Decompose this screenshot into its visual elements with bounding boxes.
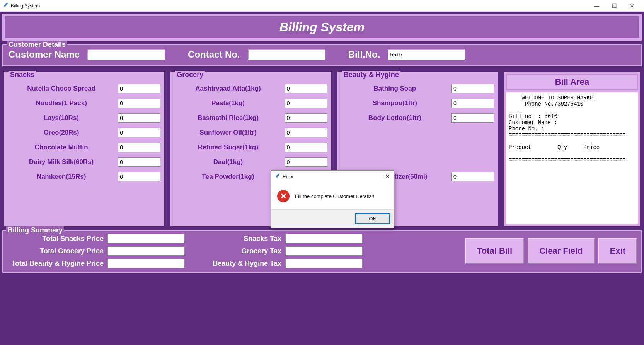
snacks-input[interactable] xyxy=(118,84,160,93)
summary-price-row: Total Snacks Price xyxy=(7,234,185,243)
snacks-input[interactable] xyxy=(118,143,160,152)
summary-price-label: Total Grocery Price xyxy=(7,247,104,255)
snacks-input[interactable] xyxy=(118,172,160,181)
beauty-label: Bathing Soap xyxy=(341,85,451,92)
beauty-row: Body Lotion(1ltr) xyxy=(341,113,494,123)
grocery-row: Pasta(1kg) xyxy=(174,99,327,108)
maximize-button[interactable]: ☐ xyxy=(605,0,623,12)
summary-frame: Billing Summery Total Snacks PriceTotal … xyxy=(2,230,642,273)
snacks-label: Dairy Milk Silk(60Rs) xyxy=(8,158,118,166)
customer-name-input[interactable] xyxy=(87,49,165,60)
bill-area-frame: Bill Area WELCOME TO SUPER MARKET Phone-… xyxy=(503,70,642,228)
summary-tax-row: Snacks Tax xyxy=(196,234,363,243)
grocery-row: Aashirvaad Atta(1kg) xyxy=(174,84,327,93)
exit-button[interactable]: Exit xyxy=(598,238,637,264)
beauty-legend: Beauty & Hygine xyxy=(342,71,400,79)
snacks-input[interactable] xyxy=(118,128,160,137)
summary-price-input[interactable] xyxy=(107,259,185,268)
window-titlebar: Billing System — ☐ ✕ xyxy=(0,0,644,12)
grocery-legend: Grocery xyxy=(175,71,205,79)
snacks-row: Oreo(20Rs) xyxy=(8,128,160,137)
close-window-button[interactable]: ✕ xyxy=(623,0,641,12)
grocery-row: Daal(1kg) xyxy=(174,157,327,167)
grocery-label: Pasta(1kg) xyxy=(174,99,285,107)
summary-tax-label: Beauty & Hygine Tax xyxy=(196,260,281,268)
snacks-row: Chocolate Muffin xyxy=(8,143,160,152)
grocery-row: Sunflower Oil(1ltr) xyxy=(174,128,327,137)
grocery-input[interactable] xyxy=(285,128,327,137)
app-icon xyxy=(3,2,9,9)
snacks-row: Dairy Milk Silk(60Rs) xyxy=(8,157,160,167)
beauty-row: Bathing Soap xyxy=(341,84,494,93)
customer-details-frame: Customer Details Customer Name Contact N… xyxy=(2,44,642,66)
contact-no-label: Contact No. xyxy=(188,49,240,60)
snacks-label: Lays(10Rs) xyxy=(8,114,118,122)
dialog-icon xyxy=(275,173,280,180)
beauty-input[interactable] xyxy=(451,113,494,123)
grocery-label: Tea Powder(1kg) xyxy=(174,173,285,181)
dialog-ok-button[interactable]: OK xyxy=(355,213,390,224)
snacks-label: Namkeen(15Rs) xyxy=(8,173,118,181)
snacks-legend: Snacks xyxy=(9,71,36,79)
summary-price-row: Total Grocery Price xyxy=(7,246,185,256)
dialog-title: Error xyxy=(283,174,294,179)
bill-text: WELCOME TO SUPER MARKET Phone-No.7392754… xyxy=(506,92,638,224)
summary-price-row: Total Beauty & Hygine Price xyxy=(7,259,185,268)
contact-no-input[interactable] xyxy=(248,49,325,60)
grocery-label: Daal(1kg) xyxy=(174,158,285,166)
snacks-input[interactable] xyxy=(118,157,160,167)
app-header: Billing System xyxy=(2,14,642,41)
snacks-frame: Snacks Nutella Choco SpreadNoodles(1 Pac… xyxy=(2,70,166,228)
clear-field-button[interactable]: Clear Field xyxy=(528,238,594,264)
grocery-input[interactable] xyxy=(285,157,327,167)
summary-tax-row: Grocery Tax xyxy=(196,246,363,256)
bill-no-input[interactable] xyxy=(388,49,465,60)
beauty-label: Body Lotion(1ltr) xyxy=(341,114,451,122)
summary-price-input[interactable] xyxy=(107,234,185,243)
summary-tax-row: Beauty & Hygine Tax xyxy=(196,259,363,268)
grocery-label: Basmathi Rice(1kg) xyxy=(174,114,285,122)
summary-tax-input[interactable] xyxy=(285,234,363,243)
dialog-message: Fill the complete Customer Details!! xyxy=(295,193,374,199)
total-bill-button[interactable]: Total Bill xyxy=(465,238,524,264)
beauty-input[interactable] xyxy=(451,84,494,93)
window-title: Billing System xyxy=(11,3,40,9)
snacks-input[interactable] xyxy=(118,113,160,123)
grocery-input[interactable] xyxy=(285,99,327,108)
beauty-input[interactable] xyxy=(451,172,494,181)
grocery-input[interactable] xyxy=(285,143,327,152)
snacks-label: Noodles(1 Pack) xyxy=(8,99,118,107)
snacks-row: Namkeen(15Rs) xyxy=(8,172,160,181)
bill-no-label: Bill.No. xyxy=(348,49,380,60)
summary-legend: Billing Summery xyxy=(6,226,64,234)
snacks-row: Nutella Choco Spread xyxy=(8,84,160,93)
grocery-label: Aashirvaad Atta(1kg) xyxy=(174,85,285,92)
snacks-label: Oreo(20Rs) xyxy=(8,129,118,137)
beauty-input[interactable] xyxy=(451,99,494,108)
bill-area-title: Bill Area xyxy=(506,74,638,90)
summary-price-label: Total Snacks Price xyxy=(7,235,104,243)
summary-tax-input[interactable] xyxy=(285,246,363,256)
summary-price-label: Total Beauty & Hygine Price xyxy=(7,260,104,268)
error-dialog: Error ✕ ✕ Fill the complete Customer Det… xyxy=(271,170,394,228)
dialog-close-button[interactable]: ✕ xyxy=(385,173,390,180)
snacks-row: Lays(10Rs) xyxy=(8,113,160,123)
summary-tax-input[interactable] xyxy=(285,259,363,268)
snacks-label: Chocolate Muffin xyxy=(8,143,118,151)
snacks-label: Nutella Choco Spread xyxy=(8,85,118,92)
customer-legend: Customer Details xyxy=(7,41,67,49)
grocery-input[interactable] xyxy=(285,113,327,123)
grocery-row: Basmathi Rice(1kg) xyxy=(174,113,327,123)
grocery-row: Refined Sugar(1kg) xyxy=(174,143,327,152)
minimize-button[interactable]: — xyxy=(588,0,605,12)
summary-price-input[interactable] xyxy=(107,246,185,256)
error-icon: ✕ xyxy=(277,190,290,202)
grocery-input[interactable] xyxy=(285,84,327,93)
grocery-label: Refined Sugar(1kg) xyxy=(174,143,285,151)
snacks-input[interactable] xyxy=(118,99,160,108)
grocery-label: Sunflower Oil(1ltr) xyxy=(174,129,285,137)
summary-tax-label: Grocery Tax xyxy=(196,247,281,255)
app-title: Billing System xyxy=(5,20,639,34)
beauty-row: Shampoo(1ltr) xyxy=(341,99,494,108)
beauty-label: Shampoo(1ltr) xyxy=(341,99,451,107)
